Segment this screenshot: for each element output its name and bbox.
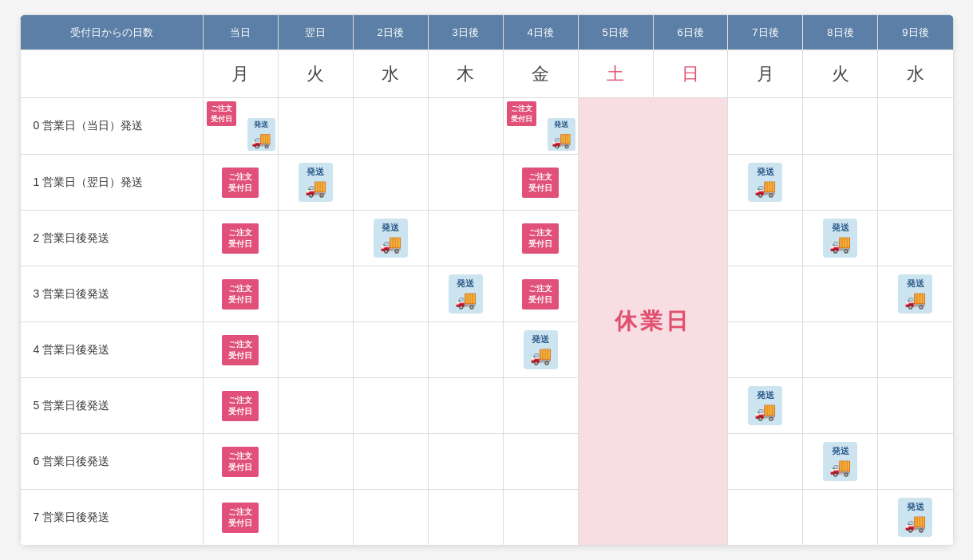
cell-3-7: [728, 266, 803, 322]
order-1-0-bottom: 受付日: [228, 183, 252, 192]
cell-2-7: [728, 211, 803, 266]
holiday-label: 休業日: [615, 309, 691, 333]
row-label-6: 6 営業日後発送: [20, 434, 203, 490]
cell-6-9: [878, 434, 953, 490]
row-label-1: 1 営業日（翌日）発送: [20, 155, 203, 211]
cell-4-9: [878, 322, 953, 378]
row-label-7: 7 営業日後発送: [20, 490, 203, 546]
header-label: 受付日からの日数: [20, 15, 203, 50]
cell-6-4: [503, 434, 578, 490]
cell-7-4: [503, 490, 578, 546]
cell-2-0: ご注文 受付日: [203, 211, 278, 266]
day-thu1: 木: [428, 50, 503, 98]
cell-6-8: 発送 🚚: [803, 434, 878, 490]
header-col-1: 翌日: [278, 15, 353, 50]
cell-4-2: [353, 322, 428, 378]
cell-1-7: 発送 🚚: [728, 155, 803, 211]
cell-4-4: 発送 🚚: [503, 322, 578, 378]
order-1-0-top: ご注文: [228, 172, 252, 181]
dispatch-1-1: 発送: [307, 166, 324, 178]
cell-5-3: [428, 378, 503, 434]
dispatch-1-7: 発送: [757, 166, 774, 178]
header-col-2: 2日後: [353, 15, 428, 50]
cell-4-0: ご注文 受付日: [203, 322, 278, 378]
cell-5-7: 発送 🚚: [728, 378, 803, 434]
header-col-9: 9日後: [878, 15, 953, 50]
cell-1-2: [353, 155, 428, 211]
cell-0-3: [428, 98, 503, 155]
cell-2-2: 発送 🚚: [353, 211, 428, 266]
cell-6-3: [428, 434, 503, 490]
table-row: 2 営業日後発送 ご注文 受付日 発送 🚚 ご注文 受付日: [20, 211, 953, 266]
header-col-7: 7日後: [728, 15, 803, 50]
table-row: 3 営業日後発送 ご注文 受付日 発送 🚚 ご注文 受付日: [20, 266, 953, 322]
day-sun: 日: [653, 50, 728, 98]
order-text-top-4: ご注文: [511, 105, 532, 112]
cell-7-9: 発送 🚚: [878, 490, 953, 546]
cell-2-9: [878, 211, 953, 266]
day-tue1: 火: [278, 50, 353, 98]
order-text-bottom-4: 受付日: [511, 115, 532, 123]
dayname-row: 月 火 水 木 金 土 日 月 火 水: [20, 50, 953, 98]
cell-0-9: [878, 98, 953, 155]
cell-3-2: [353, 266, 428, 322]
cell-7-8: [803, 490, 878, 546]
row-label-2: 2 営業日後発送: [20, 211, 203, 266]
dispatch-label-0-4: 発送: [554, 120, 568, 130]
cell-3-0: ご注文 受付日: [203, 266, 278, 322]
cell-4-7: [728, 322, 803, 378]
cell-5-4: [503, 378, 578, 434]
header-col-5: 5日後: [578, 15, 653, 50]
order-text-top: ご注文: [211, 105, 232, 112]
cell-0-5: 休業日: [578, 98, 728, 546]
cell-7-7: [728, 490, 803, 546]
cell-7-0: ご注文 受付日: [203, 490, 278, 546]
cell-1-0: ご注文 受付日: [203, 155, 278, 211]
cell-0-4: ご注文 受付日 発送 🚚: [503, 98, 578, 155]
cell-2-8: 発送 🚚: [803, 211, 878, 266]
cell-3-3: 発送 🚚: [428, 266, 503, 322]
cell-0-8: [803, 98, 878, 155]
cell-2-1: [278, 211, 353, 266]
truck-icon-0-0: 🚚: [251, 130, 271, 149]
header-col-3: 3日後: [428, 15, 503, 50]
cell-5-2: [353, 378, 428, 434]
table-row: 1 営業日（翌日）発送 ご注文 受付日 発送 🚚 ご注文: [20, 155, 953, 211]
cell-5-9: [878, 378, 953, 434]
dayname-label: [20, 50, 203, 98]
day-fri1: 金: [503, 50, 578, 98]
header-col-4: 4日後: [503, 15, 578, 50]
order-text-bottom: 受付日: [211, 115, 232, 123]
cell-1-4: ご注文 受付日: [503, 155, 578, 211]
row-label-3: 3 営業日後発送: [20, 266, 203, 322]
cell-0-1: [278, 98, 353, 155]
day-mon1: 月: [203, 50, 278, 98]
cell-3-1: [278, 266, 353, 322]
cell-2-4: ご注文 受付日: [503, 211, 578, 266]
order-1-4-bottom: 受付日: [528, 183, 552, 192]
cell-5-8: [803, 378, 878, 434]
table-row: 6 営業日後発送 ご注文 受付日 発送 🚚: [20, 434, 953, 490]
row-label-5: 5 営業日後発送: [20, 378, 203, 434]
cell-3-9: 発送 🚚: [878, 266, 953, 322]
order-1-4-top: ご注文: [528, 172, 552, 181]
truck-icon-0-4: 🚚: [552, 130, 572, 149]
cell-7-3: [428, 490, 503, 546]
cell-6-7: [728, 434, 803, 490]
day-wed1: 水: [353, 50, 428, 98]
cell-0-2: [353, 98, 428, 155]
cell-4-8: [803, 322, 878, 378]
cell-5-1: [278, 378, 353, 434]
cell-3-4: ご注文 受付日: [503, 266, 578, 322]
cell-1-1: 発送 🚚: [278, 155, 353, 211]
dispatch-label-0-0: 発送: [254, 120, 268, 130]
cell-6-2: [353, 434, 428, 490]
table-row: 5 営業日後発送 ご注文 受付日 発送 🚚: [20, 378, 953, 434]
cell-3-8: [803, 266, 878, 322]
day-sat: 土: [578, 50, 653, 98]
cell-0-7: [728, 98, 803, 155]
cell-4-1: [278, 322, 353, 378]
day-tue2: 火: [803, 50, 878, 98]
truck-1-7: 🚚: [754, 178, 776, 199]
cell-0-0: ご注文 受付日 発送 🚚: [203, 98, 278, 155]
